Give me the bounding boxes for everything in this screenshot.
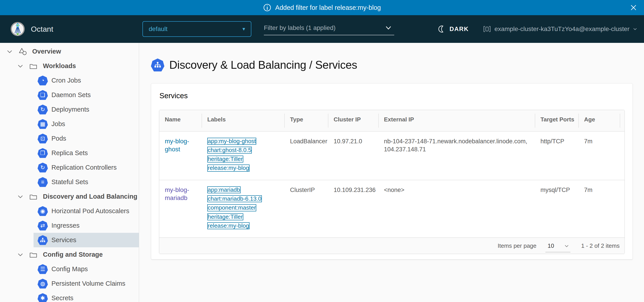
cell-target-ports: mysql/TCP	[535, 180, 578, 238]
caret-down-icon[interactable]	[6, 48, 13, 55]
sidebar-item-jobs[interactable]: ▦ Jobs	[34, 117, 139, 131]
label-pill[interactable]: chart:ghost-8.0.5	[207, 147, 252, 153]
column-header-labels: Labels	[202, 110, 284, 131]
moon-icon	[438, 25, 446, 33]
services-card: Services Name Labels Type Cluster IP	[151, 83, 633, 260]
chevron-down-icon	[564, 244, 569, 248]
sidebar-section-discovery-and-load-balancing[interactable]: Discovery and Load Balancing	[0, 189, 139, 204]
caret-down-icon[interactable]	[17, 193, 24, 200]
sidebar-item-config-maps[interactable]: ☰ Config Maps	[34, 262, 139, 276]
sidebar-item-daemon-sets[interactable]: ❏ Daemon Sets	[34, 88, 139, 102]
items-per-page-select[interactable]: 10	[546, 242, 570, 252]
replication-controllers-icon: ↻	[38, 163, 48, 172]
sidebar-item-horizontal-pod-autoscalers[interactable]: ◉ Horizontal Pod Autoscalers	[34, 204, 139, 218]
cell-cluster-ip: 10.109.231.236	[328, 180, 378, 238]
sidebar: Overview Workloads ◔ Cron Jobs ❏ Daemon …	[0, 43, 139, 302]
sidebar-item-cron-jobs[interactable]: ◔ Cron Jobs	[34, 73, 139, 88]
pagination-range: 1 - 2 of 2 items	[581, 242, 620, 249]
label-pill[interactable]: heritage:Tiller	[207, 213, 243, 220]
app-header: Octant default ▼ Filter by labels (1 app…	[0, 15, 644, 43]
services-datagrid: Name Labels Type Cluster IP External IP …	[159, 110, 625, 254]
sidebar-item-stateful-sets[interactable]: ≡ Stateful Sets	[34, 175, 139, 189]
stateful-sets-icon: ≡	[38, 177, 48, 187]
caret-down-icon[interactable]	[17, 63, 24, 69]
cell-type: LoadBalancer	[284, 131, 328, 180]
caret-down-icon[interactable]	[17, 251, 24, 258]
table-row: my-blog-mariadb app:mariadb chart:mariad…	[159, 180, 624, 238]
label-pill[interactable]: heritage:Tiller	[207, 155, 243, 162]
namespace-value: default	[149, 25, 168, 33]
cell-target-ports: http/TCP	[535, 131, 578, 180]
items-per-page-label: Items per page	[498, 242, 536, 249]
cluster-context-selector[interactable]: example-cluster-ka3TuTzYo4a@example-clus…	[483, 25, 637, 33]
chevron-down-icon	[633, 27, 637, 31]
folder-icon	[29, 251, 38, 258]
secrets-icon: ✱	[38, 293, 48, 302]
label-pill[interactable]: chart:mariadb-6.13.0	[207, 195, 262, 202]
service-link-my-blog-ghost[interactable]: my-blog-ghost	[165, 137, 197, 153]
sidebar-item-services[interactable]: Services	[34, 233, 139, 247]
label-pill[interactable]: app:mariadb	[207, 186, 240, 193]
sidebar-item-secrets[interactable]: ✱ Secrets	[34, 291, 139, 302]
sidebar-item-ingresses[interactable]: ⇄ Ingresses	[34, 218, 139, 233]
close-notification-button[interactable]	[629, 3, 638, 12]
octant-logo	[10, 22, 25, 36]
theme-toggle-label: DARK	[450, 26, 469, 33]
config-maps-icon: ☰	[38, 264, 48, 274]
sidebar-section-workloads[interactable]: Workloads	[0, 59, 139, 73]
cell-type: ClusterIP	[284, 180, 328, 238]
folder-icon	[29, 193, 38, 200]
sidebar-item-replication-controllers[interactable]: ↻ Replication Controllers	[34, 160, 139, 175]
jobs-icon: ▦	[38, 119, 48, 129]
label-filter-dropdown[interactable]: Filter by labels (1 applied)	[264, 21, 394, 35]
notification-bar: Added filter for label release:my-blog	[0, 0, 644, 15]
sidebar-item-pods[interactable]: ⊡ Pods	[34, 131, 139, 146]
services-icon	[38, 235, 48, 245]
namespace-selector[interactable]: default ▼	[142, 21, 251, 37]
chevron-down-icon	[385, 24, 392, 31]
sidebar-item-replica-sets[interactable]: ❐ Replica Sets	[34, 146, 139, 160]
sidebar-item-overview[interactable]: Overview	[0, 44, 139, 59]
column-header-name: Name	[159, 110, 202, 131]
column-header-target-ports: Target Ports	[535, 110, 578, 131]
pods-icon: ⊡	[38, 134, 48, 144]
sidebar-item-deployments[interactable]: ↻ Deployments	[34, 102, 139, 117]
column-header-cluster-ip: Cluster IP	[328, 110, 378, 131]
cron-jobs-icon: ◔	[38, 76, 48, 86]
theme-toggle-button[interactable]: DARK	[437, 25, 470, 33]
services-icon	[151, 58, 164, 71]
cell-cluster-ip: 10.97.21.0	[328, 131, 378, 180]
service-link-my-blog-mariadb[interactable]: my-blog-mariadb	[165, 186, 197, 202]
persistent-volume-claims-icon: ◍	[38, 279, 48, 289]
cell-external-ip: <none>	[378, 180, 535, 238]
label-pill[interactable]: release:my-blog	[207, 164, 250, 171]
notification-message: Added filter for label release:my-blog	[275, 4, 381, 11]
label-filter-text: Filter by labels (1 applied)	[264, 24, 336, 31]
sidebar-item-persistent-volume-claims[interactable]: ◍ Persistent Volume Claims	[34, 276, 139, 291]
label-pill[interactable]: release:my-blog	[207, 222, 250, 229]
cell-age: 7m	[578, 131, 620, 180]
services-table: Name Labels Type Cluster IP External IP …	[159, 110, 624, 238]
card-title: Services	[160, 92, 625, 100]
label-pill[interactable]: app:my-blog-ghost	[207, 138, 256, 145]
cell-labels: app:mariadb chart:mariadb-6.13.0 compone…	[202, 180, 284, 238]
label-pill[interactable]: component:master	[207, 204, 256, 211]
brand: Octant	[10, 22, 142, 36]
column-header-external-ip: External IP	[378, 110, 535, 131]
replica-sets-icon: ❐	[38, 148, 48, 158]
cell-labels: app:my-blog-ghost chart:ghost-8.0.5 heri…	[202, 131, 284, 180]
horizontal-pod-autoscalers-icon: ◉	[38, 206, 48, 216]
cell-external-ip: nb-104-237-148-71.newark.nodebalancer.li…	[378, 131, 535, 180]
table-header-row: Name Labels Type Cluster IP External IP …	[159, 110, 624, 131]
main-content: Discovery & Load Balancing / Services Se…	[139, 43, 644, 302]
ingresses-icon: ⇄	[38, 221, 48, 231]
table-row: my-blog-ghost app:my-blog-ghost chart:gh…	[159, 131, 624, 180]
overview-icon	[18, 47, 27, 56]
folder-icon	[29, 62, 38, 70]
column-header-type: Type	[284, 110, 328, 131]
cluster-context-name: example-cluster-ka3TuTzYo4a@example-clus…	[494, 25, 630, 33]
deployments-icon: ↻	[38, 105, 48, 115]
info-icon	[263, 3, 271, 12]
table-footer: Items per page 10 1 - 2 of 2 items	[159, 238, 624, 254]
sidebar-section-config-and-storage[interactable]: Config and Storage	[0, 247, 139, 262]
